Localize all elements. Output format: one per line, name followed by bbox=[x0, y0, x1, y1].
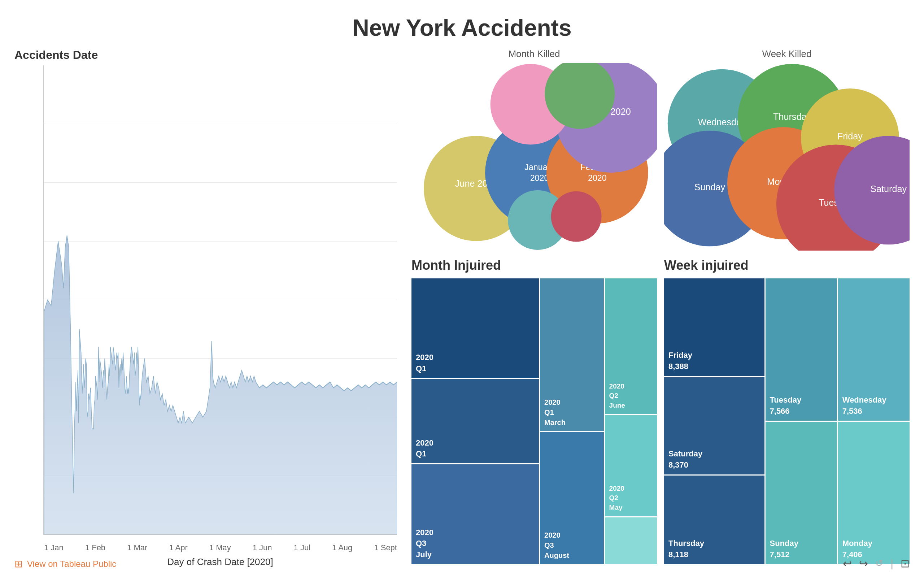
x-label-jan: 1 Jan bbox=[44, 543, 64, 553]
x-label-jul: 1 Jul bbox=[294, 543, 310, 553]
month-killed-svg: June 2020 January 2020 February 2020 Jul… bbox=[411, 63, 657, 251]
month-injured-treemap: 2020 Q1 2020 Q1 2020 bbox=[411, 279, 657, 564]
wi-col-1: Friday 8,388 Saturday 8,370 bbox=[664, 279, 765, 564]
svg-text:2020: 2020 bbox=[530, 173, 549, 183]
week-injured-treemap: Friday 8,388 Saturday 8,370 bbox=[664, 279, 910, 564]
month-killed-label: Month Killed bbox=[411, 48, 657, 60]
x-label-feb: 1 Feb bbox=[85, 543, 105, 553]
footer: ⊞ View on Tableau Public bbox=[14, 558, 116, 570]
x-label-jun: 1 Jun bbox=[253, 543, 272, 553]
x-label-apr: 1 Apr bbox=[169, 543, 187, 553]
svg-text:2020: 2020 bbox=[588, 173, 607, 183]
tableau-link[interactable]: View on Tableau Public bbox=[27, 559, 116, 569]
tm-cell-q1-march: 2020 Q1 March bbox=[540, 279, 604, 431]
week-killed-section: Week Killed Wednesday Thursday Sunday bbox=[664, 48, 910, 251]
x-axis-labels: 1 Jan 1 Feb 1 Mar 1 Apr 1 May 1 Jun 1 Ju… bbox=[44, 543, 397, 553]
month-injured-label: Month Injuired bbox=[411, 258, 657, 273]
reset-button[interactable]: ↺ bbox=[875, 558, 883, 569]
undo-button[interactable]: ↩ bbox=[843, 557, 852, 570]
tm-cell-q2-june: 2020 Q2 June bbox=[605, 279, 657, 414]
top-charts: Month Killed June 2020 January 2020 Febr… bbox=[411, 48, 910, 251]
wi-sunday: Sunday 7,512 bbox=[765, 422, 837, 564]
tm-cell-q3-august: 2020 Q3 August bbox=[540, 432, 604, 564]
tm-cell-q1-jan: 2020 Q1 bbox=[411, 279, 539, 378]
wi-wednesday: Wednesday 7,536 bbox=[838, 279, 910, 421]
wi-friday: Friday 8,388 bbox=[664, 279, 765, 376]
wi-tuesday: Tuesday 7,566 bbox=[765, 279, 837, 421]
tm-cell-q3-july: 2020 Q3 July bbox=[411, 464, 539, 564]
month-killed-bubbles: June 2020 January 2020 February 2020 Jul… bbox=[411, 63, 657, 251]
month-injured-section: Month Injuired 2020 Q1 2020 bbox=[411, 258, 657, 564]
svg-text:Sunday: Sunday bbox=[694, 182, 725, 192]
tm-col-2: 2020 Q1 March 2020 Q3 August bbox=[540, 279, 604, 564]
line-chart-panel: Accidents Date 800 700 600 500 400 300 2… bbox=[14, 45, 397, 571]
redo-button[interactable]: ↪ bbox=[859, 557, 868, 570]
week-injured-label: Week injuired bbox=[664, 258, 910, 273]
wi-thursday: Thursday 8,118 bbox=[664, 475, 765, 564]
right-panel: Month Killed June 2020 January 2020 Febr… bbox=[411, 45, 910, 571]
x-label-mar: 1 Mar bbox=[127, 543, 147, 553]
y-axis-labels: 800 700 600 500 400 300 200 100 0 bbox=[0, 65, 2, 535]
divider: | bbox=[890, 558, 893, 570]
page-title: New York Accidents bbox=[0, 0, 924, 45]
x-label-sep: 1 Sept bbox=[374, 543, 397, 553]
month-killed-section: Month Killed June 2020 January 2020 Febr… bbox=[411, 48, 657, 251]
wi-col-3: Wednesday 7,536 Monday 7,406 bbox=[838, 279, 910, 564]
svg-point-20 bbox=[551, 191, 602, 242]
svg-text:Saturday: Saturday bbox=[870, 184, 907, 194]
x-label-may: 1 May bbox=[209, 543, 231, 553]
tm-cell-small bbox=[605, 517, 657, 564]
footer-controls: ↩ ↪ ↺ | ⊡ bbox=[843, 557, 910, 570]
week-killed-label: Week Killed bbox=[664, 48, 910, 60]
bottom-charts: Month Injuired 2020 Q1 2020 bbox=[411, 258, 910, 571]
tm-cell-q1-feb: 2020 Q1 bbox=[411, 379, 539, 463]
tm-col-3: 2020 Q2 June 2020 Q2 May bbox=[605, 279, 657, 564]
tableau-icon: ⊞ bbox=[14, 558, 23, 570]
svg-text:Friday: Friday bbox=[837, 131, 863, 141]
area-chart bbox=[44, 65, 397, 534]
week-killed-svg: Wednesday Thursday Sunday Monday Friday bbox=[664, 63, 910, 251]
week-injured-section: Week injuired Friday 8,388 Saturday bbox=[664, 258, 910, 564]
wi-col-2: Tuesday 7,566 Sunday 7,512 bbox=[765, 279, 837, 564]
fullscreen-button[interactable]: ⊡ bbox=[900, 557, 910, 570]
wi-saturday: Saturday 8,370 bbox=[664, 377, 765, 474]
accidents-date-label: Accidents Date bbox=[14, 48, 397, 62]
week-killed-bubbles: Wednesday Thursday Sunday Monday Friday bbox=[664, 63, 910, 251]
tm-col-1: 2020 Q1 2020 Q1 2020 bbox=[411, 279, 539, 564]
wi-monday: Monday 7,406 bbox=[838, 422, 910, 564]
x-label-aug: 1 Aug bbox=[332, 543, 352, 553]
tm-cell-q2-may: 2020 Q2 May bbox=[605, 415, 657, 516]
